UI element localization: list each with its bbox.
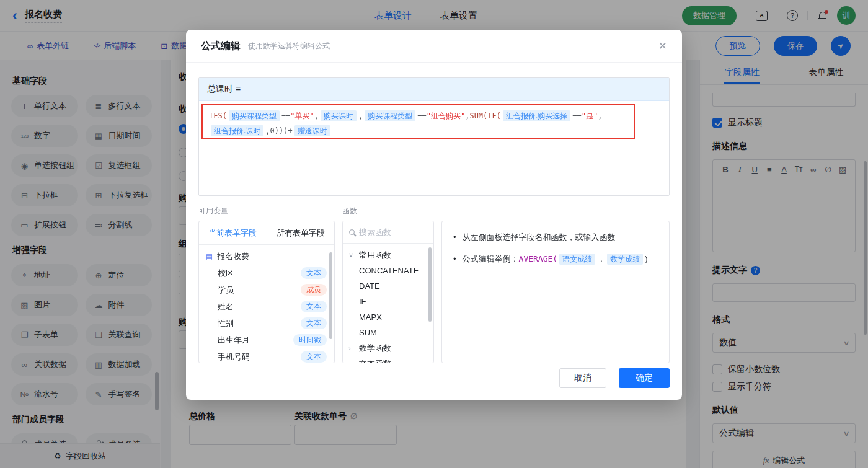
variable-list: ▤报名收费校区文本学员成员姓名文本性别文本出生年月时间戳手机号码文本 [199, 245, 334, 363]
chevron-down-icon: ∨ [348, 251, 355, 259]
formula-field-chip[interactable]: 赠送课时 [294, 125, 330, 136]
help-example: 公式编辑举例：AVERAGE(语文成绩，数学成绩) [463, 253, 648, 265]
modal-footer: 取消 确定 [559, 368, 670, 388]
formula-field-chip[interactable]: 购买课时 [321, 110, 356, 121]
variables-panel: 当前表单字段所有表单字段 ▤报名收费校区文本学员成员姓名文本性别文本出生年月时间… [198, 221, 335, 363]
modal-title: 公式编辑 [201, 40, 241, 53]
modal-header: 公式编辑 使用数学运算符编辑公式 ✕ [186, 30, 682, 63]
formula-code-area[interactable]: IFS(购买课程类型=="单买",购买课时,购买课程类型=="组合购买",SUM… [199, 101, 669, 195]
variable-item-学员[interactable]: 学员成员 [199, 281, 334, 298]
function-search [343, 221, 433, 244]
variable-item-出生年月[interactable]: 出生年月时间戳 [199, 332, 334, 348]
variable-form-row[interactable]: ▤报名收费 [199, 248, 334, 265]
function-常用函数[interactable]: ∨常用函数 [343, 247, 433, 263]
bullet-icon: • [453, 253, 456, 265]
panels-row: 当前表单字段所有表单字段 ▤报名收费校区文本学员成员姓名文本性别文本出生年月时间… [198, 221, 670, 363]
formula-field-chip[interactable]: 购买课程类型 [229, 110, 280, 121]
functions-scrollbar[interactable] [428, 247, 432, 322]
field-type-badge: 文本 [301, 267, 327, 279]
search-icon [349, 229, 355, 235]
variables-tab-当前表单字段[interactable]: 当前表单字段 [208, 227, 257, 239]
field-type-badge: 成员 [301, 284, 327, 296]
modal-body: 总课时 = IFS(购买课程类型=="单买",购买课时,购买课程类型=="组合购… [186, 63, 682, 363]
formula-field-chip[interactable]: 购买课程类型 [365, 110, 415, 121]
formula-field-chip[interactable]: 组合报价.课时 [211, 125, 264, 136]
field-type-badge: 文本 [301, 301, 327, 312]
help-bullet-1: • 从左侧面板选择字段名和函数，或输入函数 [453, 231, 658, 244]
field-type-badge: 文本 [301, 317, 327, 329]
variable-item-性别[interactable]: 性别文本 [199, 315, 334, 332]
variables-tab-所有表单字段[interactable]: 所有表单字段 [277, 227, 325, 239]
function-tree: ∨常用函数CONCATENATEDATEIFMAPXSUM›数学函数›文本函数 [343, 244, 433, 363]
panel-labels: 可用变量 函数 [198, 206, 670, 217]
formula-edit-modal: 公式编辑 使用数学运算符编辑公式 ✕ 总课时 = IFS(购买课程类型=="单买… [186, 30, 682, 400]
help-bullet-2: • 公式编辑举例：AVERAGE(语文成绩，数学成绩) [453, 253, 658, 265]
function-DATE[interactable]: DATE [343, 278, 433, 294]
functions-label: 函数 [342, 206, 357, 216]
modal-subtitle: 使用数学运算符编辑公式 [248, 41, 330, 51]
confirm-button[interactable]: 确定 [619, 368, 670, 388]
function-SUM[interactable]: SUM [343, 325, 433, 340]
variable-item-姓名[interactable]: 姓名文本 [199, 298, 334, 315]
cancel-button[interactable]: 取消 [559, 368, 606, 388]
variables-label: 可用变量 [198, 206, 228, 216]
function-MAPX[interactable]: MAPX [343, 309, 433, 325]
function-文本函数[interactable]: ›文本函数 [343, 356, 433, 363]
chevron-right-icon: › [348, 345, 355, 352]
function-CONCATENATE[interactable]: CONCATENATE [343, 263, 433, 278]
example-field-chip: 语文成绩 [559, 254, 595, 265]
variable-item-手机号码[interactable]: 手机号码文本 [199, 348, 334, 363]
help-panel: • 从左侧面板选择字段名和函数，或输入函数 • 公式编辑举例：AVERAGE(语… [441, 221, 670, 363]
functions-panel: ∨常用函数CONCATENATEDATEIFMAPXSUM›数学函数›文本函数 [342, 221, 434, 363]
function-search-input[interactable] [359, 227, 421, 237]
field-type-badge: 时间戳 [293, 334, 327, 346]
formula-code: IFS(购买课程类型=="单买",购买课时,购买课程类型=="组合购买",SUM… [209, 108, 669, 138]
formula-field-chip[interactable]: 组合报价.购买选择 [503, 110, 570, 121]
bullet-icon: • [453, 231, 456, 244]
function-数学函数[interactable]: ›数学函数 [343, 340, 433, 356]
close-icon[interactable]: ✕ [658, 40, 667, 53]
function-IF[interactable]: IF [343, 294, 433, 309]
formula-result-label: 总课时 = [199, 78, 669, 101]
field-type-badge: 文本 [301, 351, 327, 363]
chevron-right-icon: › [348, 360, 355, 364]
variables-tabs: 当前表单字段所有表单字段 [199, 221, 334, 245]
variables-scrollbar[interactable] [329, 252, 332, 339]
example-field-chip: 数学成绩 [607, 254, 643, 265]
form-doc-icon: ▤ [206, 252, 213, 261]
variable-item-校区[interactable]: 校区文本 [199, 265, 334, 281]
formula-editor: 总课时 = IFS(购买课程类型=="单买",购买课时,购买课程类型=="组合购… [198, 77, 670, 196]
